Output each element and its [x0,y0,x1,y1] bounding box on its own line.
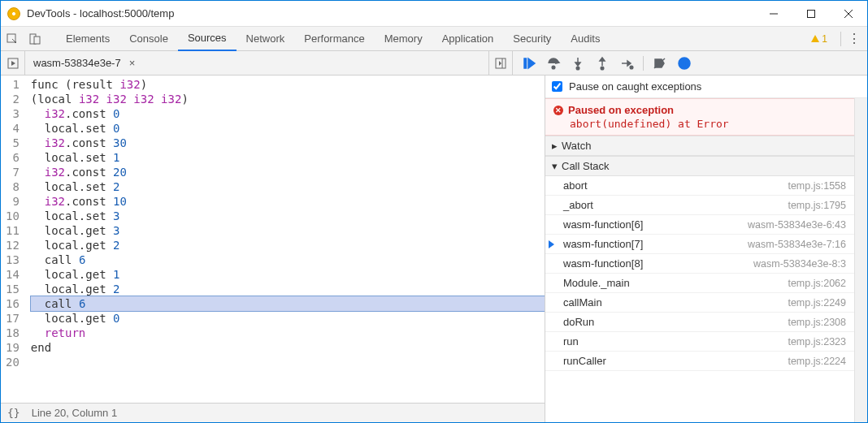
pause-on-caught-checkbox[interactable] [552,81,562,92]
close-button[interactable] [830,2,867,26]
callstack-frame[interactable]: aborttemp.js:1558 [545,176,854,196]
warnings-count: 1 [822,33,827,45]
warnings-badge[interactable]: 1 [810,33,827,45]
watch-panel-header[interactable]: ▸Watch [545,136,867,156]
callstack-frame[interactable]: callMaintemp.js:2249 [545,293,854,313]
svg-point-13 [576,67,579,70]
code-line[interactable]: call 6 [31,296,545,311]
code-line[interactable]: i32.const 30 [31,136,545,150]
tab-memory[interactable]: Memory [375,27,432,51]
show-navigator-icon[interactable] [488,51,513,75]
file-tab-name: wasm-53834e3e-7 [33,57,121,69]
code-line[interactable]: call 6 [31,253,545,267]
code-line[interactable]: (local i32 i32 i32 i32) [31,92,545,106]
tab-sources[interactable]: Sources [178,27,237,51]
tab-application[interactable]: Application [432,27,504,51]
code-line[interactable] [31,355,545,369]
device-toolbar-icon[interactable] [24,28,46,50]
pause-on-exceptions-button[interactable] [673,54,696,73]
paused-message: ✕Paused on exception abort(undefined) at… [545,98,867,136]
tab-security[interactable]: Security [503,27,561,51]
code-line[interactable]: local.set 1 [31,150,545,165]
step-out-button[interactable] [591,54,614,73]
close-icon[interactable]: × [129,57,136,69]
tab-performance[interactable]: Performance [294,27,374,51]
callstack-frame[interactable]: Module._maintemp.js:2062 [545,274,854,293]
code-line[interactable]: local.set 3 [31,209,545,223]
callstack-panel-header[interactable]: ▾Call Stack [545,156,867,176]
file-tab[interactable]: wasm-53834e3e-7 × [25,57,143,69]
svg-point-15 [601,67,604,70]
code-line[interactable]: i32.const 0 [31,106,545,121]
code-line[interactable]: local.get 1 [31,267,545,282]
code-line[interactable]: i32.const 20 [31,165,545,179]
editor-statusbar: {} Line 20, Column 1 [1,403,545,422]
svg-rect-6 [34,37,40,44]
callstack-frame[interactable]: wasm-function[6]wasm-53834e3e-6:43 [545,215,854,235]
step-over-button[interactable] [542,54,565,73]
maximize-button[interactable] [792,2,830,26]
code-line[interactable]: func (result i32) [31,77,545,92]
callstack-frame[interactable]: _aborttemp.js:1795 [545,196,854,215]
main-toolbar: ElementsConsoleSourcesNetworkPerformance… [1,27,867,51]
code-line[interactable]: local.set 2 [31,179,545,194]
scrollbar-thumb[interactable] [857,98,866,228]
callstack-frame[interactable]: wasm-function[8]wasm-53834e3e-8:3 [545,254,854,274]
callstack-frame[interactable]: runCallertemp.js:2224 [545,352,854,371]
code-editor[interactable]: 1234567891011121314151617181920 func (re… [1,76,545,403]
svg-rect-10 [524,58,527,68]
svg-rect-20 [684,60,686,66]
debugger-toolbar [513,51,867,75]
tab-console[interactable]: Console [119,27,178,51]
pause-on-caught-label: Pause on caught exceptions [569,80,701,93]
svg-rect-19 [682,60,684,66]
svg-rect-1 [808,10,815,17]
code-line[interactable]: local.get 0 [31,311,545,326]
source-subbar: wasm-53834e3e-7 × [1,51,867,76]
callstack-frame[interactable]: wasm-function[7]wasm-53834e3e-7:16 [545,235,854,254]
callstack-frame[interactable]: doRuntemp.js:2308 [545,313,854,332]
code-line[interactable]: end [31,340,545,355]
resume-button[interactable] [518,54,540,73]
svg-point-16 [630,66,633,69]
code-line[interactable]: local.get 2 [31,282,545,296]
code-line[interactable]: i32.const 10 [31,194,545,209]
callstack-frame[interactable]: runtemp.js:2323 [545,332,854,352]
svg-point-11 [552,66,555,69]
run-snippet-icon[interactable] [1,51,25,75]
cursor-position: Line 20, Column 1 [32,407,118,419]
inspect-icon[interactable] [1,28,24,50]
window-title: DevTools - localhost:5000/temp [27,7,755,19]
format-code-icon[interactable]: {} [7,407,20,419]
minimize-button[interactable] [755,2,792,26]
tab-audits[interactable]: Audits [561,27,610,51]
deactivate-breakpoints-button[interactable] [649,54,671,73]
error-icon: ✕ [553,106,563,115]
step-into-button[interactable] [566,54,589,73]
code-line[interactable]: local.set 0 [31,121,545,136]
step-button[interactable] [615,54,638,73]
code-line[interactable]: return [31,326,545,340]
tab-elements[interactable]: Elements [56,27,119,51]
tab-network[interactable]: Network [237,27,295,51]
more-menu-icon[interactable]: ⋮ [846,31,862,46]
code-line[interactable]: local.get 3 [31,223,545,238]
code-line[interactable]: local.get 2 [31,238,545,253]
titlebar: DevTools - localhost:5000/temp [1,1,867,27]
devtools-icon [7,7,20,20]
